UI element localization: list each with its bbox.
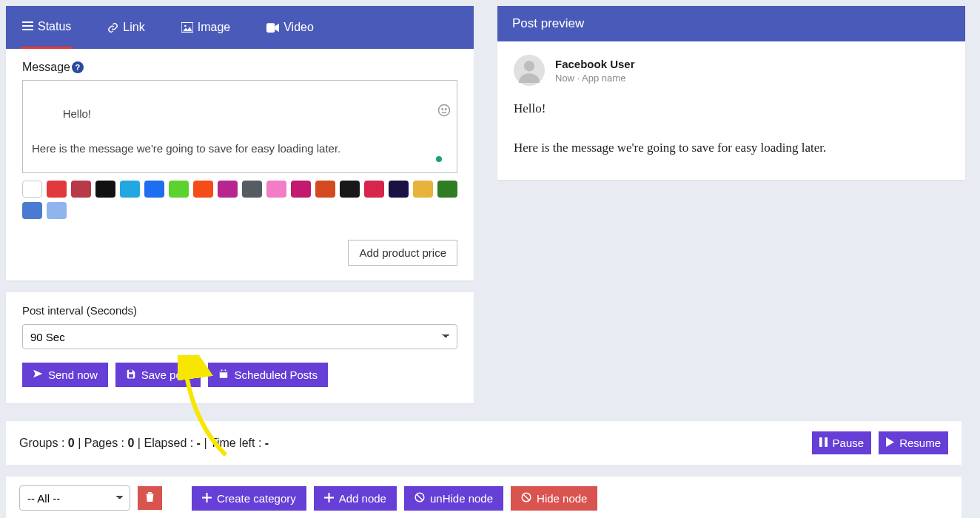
svg-point-8 [446, 109, 447, 110]
add-product-price-button[interactable]: Add product price [348, 240, 457, 266]
message-label: Message ? [22, 61, 457, 74]
bg-swatch[interactable] [340, 181, 360, 198]
calendar-icon [218, 369, 229, 381]
svg-rect-10 [129, 374, 133, 378]
preview-meta: Now · App name [555, 73, 635, 84]
progress-text: Groups : 0 | Pages : 0 | Elapsed : - | T… [19, 437, 269, 450]
tab-video-label: Video [283, 21, 314, 34]
create-category-button[interactable]: Create category [192, 486, 306, 511]
bg-swatch[interactable] [193, 181, 213, 198]
bg-swatch[interactable] [71, 181, 91, 198]
preview-panel: Post preview Facebook User Now · App nam… [497, 6, 965, 180]
svg-rect-19 [202, 497, 212, 498]
tab-link-label: Link [123, 21, 144, 34]
message-textarea[interactable]: Hello! Here is the message we're going t… [22, 80, 457, 173]
svg-rect-2 [22, 29, 33, 30]
svg-rect-0 [22, 21, 33, 23]
svg-rect-16 [819, 437, 822, 447]
bg-swatch[interactable] [95, 181, 115, 198]
bg-swatch[interactable] [389, 181, 409, 198]
bg-swatch[interactable] [169, 181, 189, 198]
tab-status[interactable]: Status [21, 7, 73, 49]
emoji-icon[interactable] [400, 87, 451, 139]
bg-swatch[interactable] [266, 181, 286, 198]
svg-rect-1 [22, 25, 33, 27]
send-now-button[interactable]: Send now [22, 363, 108, 387]
interval-label: Post interval (Seconds) [22, 304, 457, 317]
tab-status-label: Status [38, 20, 71, 33]
video-icon [266, 23, 279, 33]
avatar-icon [514, 55, 545, 86]
add-node-button[interactable]: Add node [314, 486, 397, 511]
post-type-tabs: Status Link Image [6, 6, 474, 49]
play-icon [886, 437, 894, 449]
unhide-node-button[interactable]: unHide node [404, 486, 503, 511]
bg-swatch[interactable] [291, 181, 311, 198]
svg-point-15 [524, 61, 534, 71]
progress-status-bar: Groups : 0 | Pages : 0 | Elapsed : - | T… [6, 421, 961, 465]
svg-line-23 [417, 494, 423, 500]
plus-icon [202, 492, 212, 505]
svg-rect-21 [324, 497, 334, 498]
help-icon[interactable]: ? [72, 61, 84, 73]
interval-select[interactable]: 90 Sec [22, 324, 457, 349]
save-post-button[interactable]: Save post [115, 363, 201, 387]
preview-username: Facebook User [555, 58, 635, 70]
interval-panel: Post interval (Seconds) 90 Sec Send now … [6, 292, 474, 403]
bg-swatch[interactable] [364, 181, 384, 198]
pause-button[interactable]: Pause [812, 431, 872, 454]
link-icon [107, 22, 118, 33]
tab-video[interactable]: Video [265, 7, 315, 47]
node-toolbar: -- All -- Create category Add node unHid… [6, 477, 961, 518]
tab-image[interactable]: Image [180, 7, 232, 47]
ban-icon [521, 492, 531, 505]
ban-icon [415, 492, 425, 505]
svg-rect-12 [220, 370, 228, 372]
bg-swatch[interactable] [144, 181, 164, 198]
svg-point-7 [442, 109, 443, 110]
save-icon [126, 369, 136, 381]
image-icon [181, 22, 193, 33]
preview-title: Post preview [497, 6, 965, 41]
hide-node-button[interactable]: Hide node [511, 486, 597, 511]
category-filter-select[interactable]: -- All -- [19, 485, 130, 511]
bg-swatch[interactable] [413, 181, 433, 198]
bg-swatch[interactable] [437, 181, 457, 198]
resume-button[interactable]: Resume [879, 431, 948, 454]
bg-swatch[interactable] [120, 181, 140, 198]
svg-point-6 [439, 105, 450, 116]
plus-icon [324, 492, 334, 505]
svg-rect-5 [266, 23, 275, 33]
scheduled-posts-button[interactable]: Scheduled Posts [208, 363, 328, 387]
list-icon [22, 21, 33, 31]
bg-swatch-row [22, 181, 457, 219]
svg-rect-9 [129, 370, 132, 373]
svg-point-4 [184, 25, 187, 27]
tab-image-label: Image [198, 21, 230, 34]
bg-swatch[interactable] [218, 181, 238, 198]
svg-rect-17 [825, 437, 828, 447]
bg-swatch[interactable] [242, 181, 262, 198]
paper-plane-icon [33, 369, 43, 381]
composer-panel: Status Link Image [6, 6, 474, 280]
bg-swatch[interactable] [315, 181, 335, 198]
trash-icon [145, 491, 155, 505]
tab-link[interactable]: Link [106, 7, 146, 47]
preview-body: Hello! Here is the message we're going t… [514, 99, 949, 158]
status-dot-icon [436, 156, 442, 162]
message-text: Hello! Here is the message we're going t… [32, 107, 340, 155]
delete-button[interactable] [138, 486, 162, 510]
pause-icon [819, 437, 828, 449]
svg-line-25 [523, 494, 529, 500]
